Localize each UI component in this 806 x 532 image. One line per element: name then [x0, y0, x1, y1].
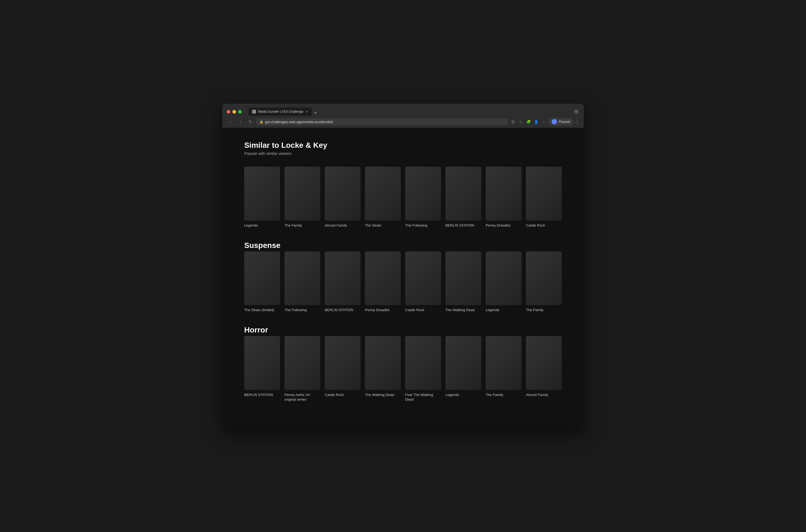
media-thumbnail — [405, 336, 441, 390]
section-title: Similar to Locke & Key — [244, 141, 562, 150]
media-title: The Walking Dead — [446, 308, 481, 312]
media-thumbnail — [244, 167, 280, 221]
toolbar-actions: ⊡ ☆ 🧩 👤 ↑ Paused ⋮ — [510, 118, 579, 126]
media-title: Castle Rock — [526, 223, 562, 228]
media-card[interactable]: Penny Awful: An original series — [284, 336, 320, 402]
media-card[interactable]: The Strain (limited) — [244, 251, 280, 312]
tab-close-icon[interactable]: ✕ — [305, 110, 308, 114]
media-card[interactable]: The Following — [405, 167, 441, 228]
media-title: The Strain — [365, 223, 401, 228]
media-grid: The Strain (limited)The FollowingBERLIN … — [244, 251, 562, 312]
media-card[interactable]: The Strain — [365, 167, 401, 228]
media-title: BERLIN STATION — [244, 393, 280, 397]
share-icon[interactable]: ↑ — [541, 119, 547, 125]
minimize-button[interactable] — [232, 110, 236, 114]
media-thumbnail — [526, 336, 562, 390]
media-title: BERLIN STATION — [446, 223, 481, 228]
media-thumbnail — [405, 167, 441, 221]
browser-window: Media Scroller | GUI Challenge ✕ + ‹ › ↻… — [222, 104, 584, 428]
media-thumbnail — [365, 336, 401, 390]
media-title: Penny Dreadful — [365, 308, 401, 312]
media-card[interactable]: The Family — [284, 167, 320, 228]
cast-icon[interactable]: ⊡ — [510, 119, 516, 125]
media-card[interactable]: Fear The Walking Dead — [405, 336, 441, 402]
media-title: The Following — [284, 308, 320, 312]
media-title: Legends — [446, 393, 481, 397]
url-text: gui-challenges.web.app/media-scroller/di… — [265, 120, 333, 124]
forward-button[interactable]: › — [237, 118, 244, 126]
title-bar: Media Scroller | GUI Challenge ✕ + — [222, 104, 584, 116]
section-title: Suspense — [244, 241, 562, 250]
media-title: The Strain (limited) — [244, 308, 280, 312]
media-thumbnail — [284, 251, 320, 305]
media-card[interactable]: Castle Rock — [325, 336, 360, 402]
media-title: BERLIN STATION — [325, 308, 360, 312]
media-card[interactable]: Castle Rock — [526, 167, 562, 228]
media-card[interactable]: Penny Dreadful — [486, 167, 522, 228]
media-thumbnail — [446, 251, 481, 305]
media-title: The Family — [486, 393, 522, 397]
media-grid: LegendsThe FamilyAlmost FamilyThe Strain… — [244, 167, 562, 228]
media-thumbnail — [486, 167, 522, 221]
media-card[interactable]: BERLIN STATION — [325, 251, 360, 312]
media-thumbnail — [284, 336, 320, 390]
tab-title: Media Scroller | GUI Challenge — [258, 110, 303, 114]
media-title: Legends — [486, 308, 522, 312]
media-thumbnail — [486, 336, 522, 390]
user-avatar — [552, 119, 557, 125]
back-button[interactable]: ‹ — [227, 118, 235, 126]
media-thumbnail — [325, 251, 360, 305]
section-similar: Similar to Locke & KeyPopular with simil… — [244, 141, 562, 228]
media-grid: BERLIN STATIONPenny Awful: An original s… — [244, 336, 562, 402]
media-thumbnail — [365, 167, 401, 221]
media-title: Penny Awful: An original series — [284, 393, 320, 402]
paused-label: Paused — [559, 120, 570, 124]
maximize-button[interactable] — [238, 110, 242, 114]
media-title: Almost Family — [325, 223, 360, 228]
media-thumbnail — [526, 251, 562, 305]
active-tab[interactable]: Media Scroller | GUI Challenge ✕ — [248, 108, 312, 116]
section-horror: HorrorBERLIN STATIONPenny Awful: An orig… — [244, 326, 562, 402]
media-card[interactable]: Penny Dreadful — [365, 251, 401, 312]
media-card[interactable]: BERLIN STATION — [446, 167, 481, 228]
media-card[interactable]: The Walking Dead — [446, 251, 481, 312]
paused-button[interactable]: Paused — [548, 118, 573, 126]
media-thumbnail — [325, 336, 360, 390]
media-title: Legends — [244, 223, 280, 228]
refresh-button[interactable]: ↻ — [246, 118, 254, 126]
media-title: Fear The Walking Dead — [405, 393, 441, 402]
media-card[interactable]: Castle Rock — [405, 251, 441, 312]
media-thumbnail — [446, 336, 481, 390]
section-suspense: SuspenseThe Strain (limited)The Followin… — [244, 241, 562, 312]
media-card[interactable]: The Family — [486, 336, 522, 402]
extensions-icon[interactable]: 🧩 — [525, 119, 531, 125]
media-card[interactable]: Almost Family — [325, 167, 360, 228]
menu-dots[interactable]: ⋮ — [575, 119, 579, 125]
media-card[interactable]: Legends — [446, 336, 481, 402]
media-card[interactable]: BERLIN STATION — [244, 336, 280, 402]
new-tab-button[interactable]: + — [312, 110, 319, 116]
close-button[interactable] — [227, 110, 230, 114]
media-thumbnail — [365, 251, 401, 305]
media-card[interactable]: The Following — [284, 251, 320, 312]
browser-toolbar: ‹ › ↻ 🔒 gui-challenges.web.app/media-scr… — [222, 116, 584, 128]
media-card[interactable]: The Family — [526, 251, 562, 312]
media-title: Almost Family — [526, 393, 562, 397]
section-title: Horror — [244, 326, 562, 335]
address-bar[interactable]: 🔒 gui-challenges.web.app/media-scroller/… — [256, 118, 508, 125]
media-title: Castle Rock — [405, 308, 441, 312]
media-card[interactable]: Legends — [486, 251, 522, 312]
traffic-lights — [227, 110, 242, 114]
media-card[interactable]: Legends — [244, 167, 280, 228]
media-title: Castle Rock — [325, 393, 360, 397]
settings-icon[interactable] — [573, 109, 579, 115]
media-thumbnail — [284, 167, 320, 221]
page-content: Similar to Locke & KeyPopular with simil… — [222, 128, 584, 428]
tab-favicon — [252, 110, 256, 114]
bookmark-icon[interactable]: ☆ — [518, 119, 524, 125]
section-subtitle: Popular with similar viewers — [244, 151, 562, 156]
media-card[interactable]: Almost Family — [526, 336, 562, 402]
profile-icon[interactable]: 👤 — [533, 119, 539, 125]
media-card[interactable]: The Walking Dead — [365, 336, 401, 402]
media-title: The Family — [284, 223, 320, 228]
